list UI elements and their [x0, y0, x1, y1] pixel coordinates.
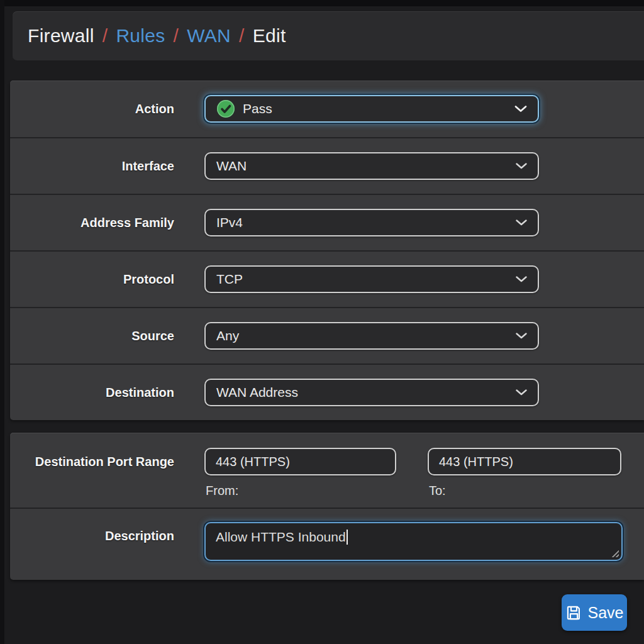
text-caret	[347, 530, 348, 545]
breadcrumb-item-edit: Edit	[253, 25, 286, 47]
source-select[interactable]: Any	[204, 322, 539, 350]
port-from-value: 443 (HTTPS)	[216, 455, 290, 469]
breadcrumb: Firewall / Rules / WAN / Edit	[13, 11, 644, 60]
interface-select-value: WAN	[216, 158, 247, 174]
interface-select[interactable]: WAN	[204, 152, 539, 180]
port-to-value: 443 (HTTPS)	[439, 455, 513, 469]
description-label: Description	[10, 522, 174, 550]
action-select-value: Pass	[243, 101, 272, 116]
chevron-down-icon	[516, 276, 527, 282]
form-row-destination-port-range: Destination Port Range 443 (HTTPS) From:…	[10, 433, 644, 508]
destination-select[interactable]: WAN Address	[204, 379, 539, 406]
action-select[interactable]: Pass	[204, 95, 539, 123]
breadcrumb-separator: /	[103, 25, 108, 47]
form-row-action: Action Pass	[10, 80, 644, 137]
breadcrumb-item-firewall: Firewall	[28, 25, 94, 47]
rule-settings-panel: Action Pass I	[10, 80, 644, 420]
interface-label: Interface	[10, 159, 174, 174]
protocol-label: Protocol	[10, 272, 174, 287]
floppy-disk-icon	[565, 604, 582, 621]
breadcrumb-item-wan[interactable]: WAN	[187, 25, 231, 47]
destination-label: Destination	[10, 386, 174, 400]
form-row-interface: Interface WAN	[10, 137, 644, 194]
chevron-down-icon	[516, 389, 527, 396]
breadcrumb-separator: /	[174, 25, 179, 47]
port-description-panel: Destination Port Range 443 (HTTPS) From:…	[10, 433, 644, 580]
source-label: Source	[10, 329, 174, 343]
resize-grip-icon[interactable]	[610, 548, 619, 557]
destination-select-value: WAN Address	[216, 385, 298, 400]
chevron-down-icon	[516, 333, 527, 339]
save-button-label: Save	[588, 604, 624, 622]
address-family-select[interactable]: IPv4	[204, 209, 539, 236]
save-button[interactable]: Save	[562, 594, 627, 631]
breadcrumb-separator: /	[239, 25, 245, 47]
protocol-select[interactable]: TCP	[204, 265, 539, 293]
action-label: Action	[10, 102, 174, 116]
port-to-caption: To:	[428, 484, 621, 498]
breadcrumb-item-rules[interactable]: Rules	[116, 25, 165, 47]
description-value: Allow HTTPS Inbound	[216, 530, 346, 544]
port-from-input[interactable]: 443 (HTTPS)	[204, 448, 396, 475]
form-row-source: Source Any	[10, 307, 644, 364]
address-family-select-value: IPv4	[216, 215, 243, 230]
check-circle-icon	[216, 99, 235, 118]
protocol-select-value: TCP	[216, 272, 243, 287]
chevron-down-icon	[516, 219, 527, 226]
address-family-label: Address Family	[10, 216, 174, 230]
chevron-down-icon	[516, 163, 527, 169]
form-row-description: Description Allow HTTPS Inbound	[10, 508, 644, 579]
destination-port-range-label: Destination Port Range	[10, 448, 174, 475]
source-select-value: Any	[216, 328, 239, 343]
form-row-destination: Destination WAN Address	[10, 364, 644, 420]
chevron-down-icon	[514, 106, 527, 113]
port-to-input[interactable]: 443 (HTTPS)	[428, 448, 621, 475]
port-from-caption: From:	[204, 484, 396, 498]
form-row-address-family: Address Family IPv4	[10, 194, 644, 250]
description-textarea[interactable]: Allow HTTPS Inbound	[204, 522, 623, 561]
form-row-protocol: Protocol TCP	[10, 250, 644, 307]
firewall-rule-edit-page: Firewall / Rules / WAN / Edit Action	[0, 0, 644, 644]
